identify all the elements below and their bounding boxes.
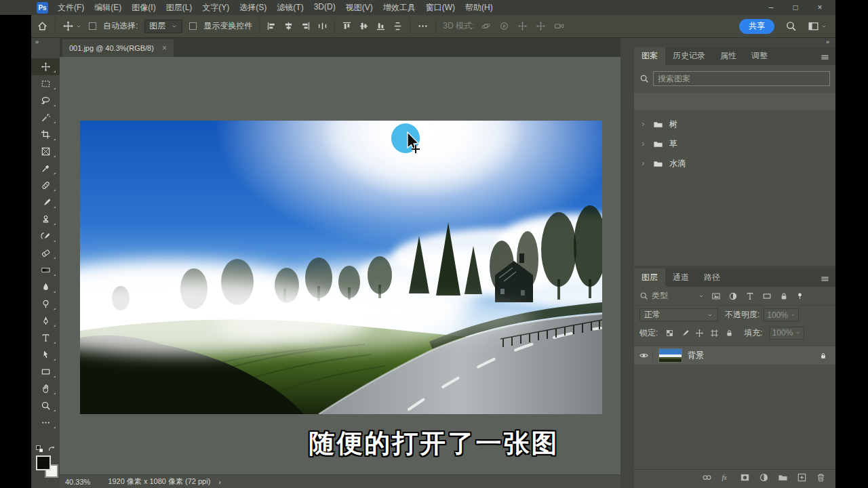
- foreground-color[interactable]: [36, 455, 51, 470]
- layers-footer-icon[interactable]: [759, 472, 769, 483]
- menu-item[interactable]: 3D(D): [314, 2, 336, 14]
- mode-3d-icon[interactable]: [554, 21, 564, 31]
- pattern-search-input[interactable]: [653, 71, 830, 86]
- tool-hand[interactable]: [31, 380, 60, 397]
- lock-option-icon[interactable]: [710, 329, 719, 338]
- distribute-icon[interactable]: [393, 21, 403, 31]
- more-options-button[interactable]: [417, 20, 429, 32]
- pattern-folder-row[interactable]: 草: [634, 134, 835, 154]
- layers-footer-icon[interactable]: [816, 472, 826, 483]
- blend-mode-dropdown[interactable]: 正常: [639, 308, 718, 321]
- filter-type-icon[interactable]: [728, 291, 738, 301]
- tool-marquee[interactable]: [31, 75, 60, 92]
- distribute-icon[interactable]: [376, 21, 386, 31]
- layer-thumbnail[interactable]: [658, 348, 682, 363]
- menu-item[interactable]: 图像(I): [132, 2, 155, 14]
- chevron-right-icon[interactable]: [639, 160, 647, 167]
- opacity-value[interactable]: 100%: [764, 308, 799, 321]
- menu-item[interactable]: 增效工具: [383, 2, 416, 14]
- tool-clone-stamp[interactable]: [31, 211, 60, 228]
- align-icon[interactable]: [283, 21, 294, 31]
- tool-edit-toolbar[interactable]: [31, 414, 60, 431]
- tab-layers[interactable]: 图层: [634, 268, 665, 287]
- tool-lasso[interactable]: [31, 92, 60, 109]
- tab-close-icon[interactable]: ×: [162, 43, 167, 53]
- default-colors-icon[interactable]: [35, 445, 44, 453]
- tool-blur[interactable]: [31, 279, 60, 296]
- tool-preset-move[interactable]: [62, 20, 82, 32]
- layer-filter-dropdown[interactable]: 类型: [639, 290, 705, 302]
- layers-footer-icon[interactable]: [740, 472, 750, 483]
- fill-value[interactable]: 100%: [769, 327, 804, 340]
- distribute-icon[interactable]: [342, 21, 352, 31]
- mode-3d-icon[interactable]: [517, 21, 528, 31]
- layers-footer-icon[interactable]: [702, 472, 712, 483]
- filter-toggle-icon[interactable]: [795, 291, 804, 300]
- layers-footer-icon[interactable]: [797, 472, 807, 483]
- menu-item[interactable]: 文字(Y): [202, 2, 229, 14]
- tool-zoom[interactable]: [31, 397, 60, 414]
- menu-item[interactable]: 帮助(H): [465, 2, 493, 14]
- lock-option-icon[interactable]: [695, 329, 704, 338]
- zoom-level-field[interactable]: 40.33%: [65, 478, 90, 486]
- mode-3d-icon[interactable]: [481, 21, 491, 31]
- status-options-chevron[interactable]: ›: [218, 478, 221, 486]
- tool-brush[interactable]: [31, 194, 60, 211]
- workspace-switcher[interactable]: [808, 20, 827, 32]
- layers-footer-icon[interactable]: [721, 472, 731, 483]
- filter-type-icon[interactable]: [762, 291, 772, 301]
- toolbar-collapse-button[interactable]: »: [35, 39, 39, 45]
- mode-3d-icon[interactable]: [499, 21, 509, 31]
- tool-pen[interactable]: [31, 312, 60, 329]
- visibility-eye-icon[interactable]: [639, 350, 649, 361]
- tool-healing-brush[interactable]: [31, 177, 60, 194]
- menu-item[interactable]: 文件(F): [58, 2, 84, 14]
- layer-lock-icon[interactable]: [819, 352, 827, 360]
- menu-item[interactable]: 选择(S): [239, 2, 267, 14]
- tool-eyedropper[interactable]: [31, 160, 60, 177]
- mode-3d-icon[interactable]: [536, 21, 546, 31]
- tool-history-brush[interactable]: [31, 228, 60, 245]
- show-transform-checkbox[interactable]: [189, 22, 197, 30]
- distribute-icon[interactable]: [359, 21, 369, 31]
- tab-channels[interactable]: 通道: [665, 268, 696, 287]
- lock-option-icon[interactable]: [680, 329, 689, 338]
- share-button[interactable]: 共享: [739, 19, 774, 34]
- tool-shape[interactable]: [31, 363, 60, 380]
- panels-collapse-button[interactable]: »: [826, 39, 830, 45]
- tool-dodge[interactable]: [31, 296, 60, 312]
- lock-option-icon[interactable]: [665, 329, 674, 338]
- panel-menu-icon[interactable]: [820, 274, 830, 284]
- filter-type-icon[interactable]: [711, 291, 721, 301]
- swap-colors-icon[interactable]: [47, 445, 56, 453]
- tool-frame[interactable]: [31, 143, 60, 160]
- filter-type-icon[interactable]: [745, 291, 755, 301]
- auto-select-checkbox[interactable]: [89, 22, 96, 30]
- menu-item[interactable]: 窗口(W): [426, 2, 455, 14]
- menu-item[interactable]: 滤镜(T): [277, 2, 303, 14]
- menu-item[interactable]: 编辑(E): [94, 2, 121, 14]
- menu-item[interactable]: 图层(L): [166, 2, 193, 14]
- filter-type-icon[interactable]: [779, 291, 789, 301]
- tool-gradient[interactable]: [31, 262, 60, 279]
- pattern-folder-row[interactable]: 树: [634, 115, 835, 134]
- tool-crop[interactable]: [31, 126, 60, 143]
- chevron-right-icon[interactable]: [639, 121, 647, 128]
- tab-history[interactable]: 历史记录: [665, 47, 713, 65]
- tool-move[interactable]: [31, 58, 60, 75]
- tool-path-select[interactable]: [31, 346, 60, 363]
- tool-magic-wand[interactable]: [31, 109, 60, 126]
- pattern-folder-row[interactable]: 水滴: [634, 154, 835, 174]
- close-icon[interactable]: ×: [815, 3, 825, 12]
- align-icon[interactable]: [300, 21, 311, 31]
- home-button[interactable]: [37, 20, 48, 32]
- document-tab[interactable]: 001.jpg @ 40.3%(RGB/8) ×: [62, 39, 174, 57]
- tab-adjustments[interactable]: 调整: [744, 47, 775, 65]
- maximize-icon[interactable]: □: [791, 3, 800, 12]
- lock-option-icon[interactable]: [725, 329, 734, 338]
- layer-row-background[interactable]: 背景: [634, 346, 835, 365]
- tab-properties[interactable]: 属性: [713, 47, 744, 65]
- layers-footer-icon[interactable]: [778, 472, 788, 483]
- panel-menu-icon[interactable]: [820, 52, 830, 62]
- tab-patterns[interactable]: 图案: [634, 47, 665, 65]
